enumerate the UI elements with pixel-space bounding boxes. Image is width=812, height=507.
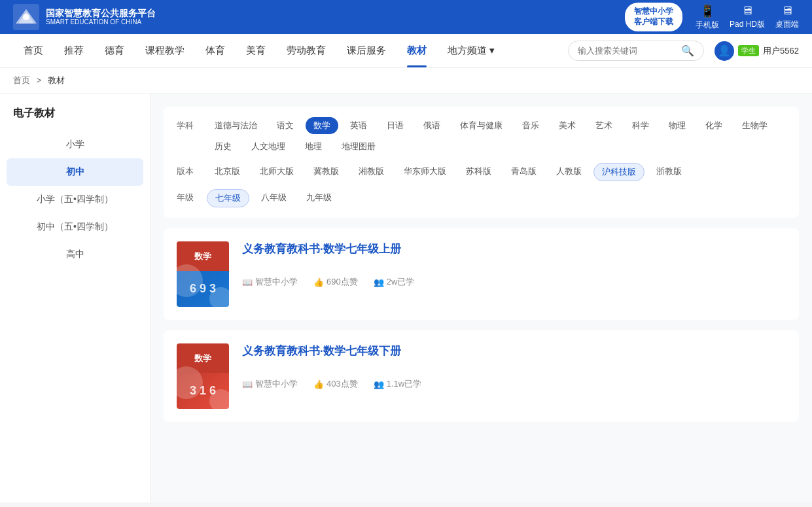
subject-options: 道德与法治语文数学英语日语俄语体育与健康音乐美术艺术科学物理化学生物学历史人文地…: [207, 117, 786, 155]
mobile-link[interactable]: 📱 手机版: [696, 4, 719, 31]
pad-icon: 🖥: [741, 4, 753, 18]
book-list: 数学 6 9 3 义务教育教科书·数学七年级上册 📖 智慧中小学 👍 690点赞: [164, 228, 799, 422]
nav-item[interactable]: 课程教学: [135, 34, 195, 67]
sidebar-item[interactable]: 初中（五•四学制）: [0, 213, 150, 241]
view-icon: 👥: [374, 379, 384, 389]
nav-item[interactable]: 教材: [397, 34, 437, 67]
filter-section: 学科 道德与法治语文数学英语日语俄语体育与健康音乐美术艺术科学物理化学生物学历史…: [164, 107, 799, 218]
grade-label: 年级: [177, 189, 196, 203]
book-info: 义务教育教科书·数学七年级上册 📖 智慧中小学 👍 690点赞 👥 2w已学: [242, 241, 786, 288]
version-tag[interactable]: 冀教版: [306, 163, 347, 181]
book-item: 数学 6 9 3 义务教育教科书·数学七年级上册 📖 智慧中小学 👍 690点赞: [164, 228, 799, 320]
subject-tag[interactable]: 科学: [624, 117, 657, 134]
version-tag[interactable]: 北京版: [207, 163, 248, 181]
pad-link[interactable]: 🖥 Pad HD版: [730, 4, 765, 31]
breadcrumb: 首页 > 教材: [0, 68, 812, 94]
version-tag[interactable]: 青岛版: [503, 163, 544, 181]
grade-options: 七年级八年级九年级: [207, 189, 340, 207]
nav-item[interactable]: 推荐: [54, 34, 94, 67]
book-title[interactable]: 义务教育教科书·数学七年级上册: [242, 241, 786, 256]
breadcrumb-home[interactable]: 首页: [13, 75, 30, 85]
book-source: 📖 智慧中小学: [242, 276, 298, 288]
version-tag[interactable]: 湘教版: [351, 163, 392, 181]
subject-tag[interactable]: 道德与法治: [207, 117, 265, 134]
sidebar-item[interactable]: 小学（五•四学制）: [0, 186, 150, 213]
svg-point-3: [23, 14, 29, 20]
version-tag[interactable]: 华东师大版: [396, 163, 454, 181]
subject-tag[interactable]: 生物学: [734, 117, 775, 134]
book-likes: 👍 403点赞: [313, 378, 358, 390]
nav-item[interactable]: 地方频道 ▾: [437, 34, 505, 67]
main-nav: 首页推荐德育课程教学体育美育劳动教育课后服务教材地方频道 ▾ 🔍 👤 学生 用户…: [0, 34, 812, 68]
book-meta: 📖 智慧中小学 👍 690点赞 👥 2w已学: [242, 276, 786, 288]
book-cover: 数学 3 1 6: [177, 343, 229, 409]
grade-tag[interactable]: 八年级: [253, 189, 294, 207]
subject-tag[interactable]: 俄语: [415, 117, 448, 134]
subject-tag[interactable]: 体育与健康: [452, 117, 510, 134]
grade-tag[interactable]: 七年级: [207, 189, 249, 207]
version-options: 北京版北师大版冀教版湘教版华东师大版苏科版青岛版人教版沪科技版浙教版: [207, 163, 690, 181]
version-filter-row: 版本 北京版北师大版冀教版湘教版华东师大版苏科版青岛版人教版沪科技版浙教版: [177, 163, 786, 181]
nav-item[interactable]: 体育: [195, 34, 236, 67]
device-links: 📱 手机版 🖥 Pad HD版 🖥 桌面端: [696, 4, 799, 31]
logo-cn: 国家智慧教育公共服务平台: [46, 8, 156, 19]
nav-item[interactable]: 课后服务: [336, 34, 397, 67]
sidebar-item[interactable]: 小学: [0, 131, 150, 158]
subject-tag[interactable]: 日语: [379, 117, 412, 134]
book-source: 📖 智慧中小学: [242, 378, 298, 390]
subject-filter-row: 学科 道德与法治语文数学英语日语俄语体育与健康音乐美术艺术科学物理化学生物学历史…: [177, 117, 786, 155]
main-content: 学科 道德与法治语文数学英语日语俄语体育与健康音乐美术艺术科学物理化学生物学历史…: [150, 94, 812, 502]
sidebar-title: 电子教材: [0, 107, 150, 131]
grade-filter-row: 年级 七年级八年级九年级: [177, 189, 786, 207]
subject-tag[interactable]: 历史: [207, 138, 239, 155]
nav-item[interactable]: 德育: [94, 34, 135, 67]
version-tag[interactable]: 沪科技版: [593, 163, 644, 181]
source-icon: 📖: [242, 277, 253, 287]
top-bar: 国家智慧教育公共服务平台 SMART EDUCATION OF CHINA 智慧…: [0, 0, 812, 34]
top-bar-right: 智慧中小学 客户端下载 📱 手机版 🖥 Pad HD版 🖥 桌面端: [625, 3, 799, 31]
sidebar-item[interactable]: 高中: [0, 241, 150, 268]
desktop-link[interactable]: 🖥 桌面端: [775, 4, 799, 31]
subject-tag[interactable]: 英语: [342, 117, 375, 134]
subject-tag[interactable]: 语文: [269, 117, 302, 134]
book-info: 义务教育教科书·数学七年级下册 📖 智慧中小学 👍 403点赞 👥 1.1w已学: [242, 343, 786, 390]
subject-tag[interactable]: 音乐: [514, 117, 547, 134]
version-tag[interactable]: 北师大版: [252, 163, 302, 181]
subject-tag[interactable]: 地理图册: [334, 138, 383, 155]
nav-item[interactable]: 美育: [236, 34, 276, 67]
nav-search[interactable]: 🔍: [568, 41, 704, 61]
mobile-icon: 📱: [700, 4, 715, 18]
nav-item[interactable]: 首页: [13, 34, 54, 67]
subject-tag[interactable]: 物理: [661, 117, 694, 134]
view-icon: 👥: [374, 277, 384, 287]
subject-tag[interactable]: 化学: [697, 117, 730, 134]
nav-user[interactable]: 👤 学生 用户5562: [715, 41, 799, 61]
logo: 国家智慧教育公共服务平台 SMART EDUCATION OF CHINA: [13, 4, 156, 30]
version-tag[interactable]: 人教版: [548, 163, 590, 181]
grade-tag[interactable]: 九年级: [298, 189, 340, 207]
subject-tag[interactable]: 人文地理: [243, 138, 293, 155]
download-button[interactable]: 智慧中小学 客户端下载: [625, 3, 682, 31]
version-tag[interactable]: 浙教版: [648, 163, 690, 181]
subject-label: 学科: [177, 117, 196, 131]
subject-tag[interactable]: 数学: [306, 117, 338, 134]
sidebar-item[interactable]: 初中: [7, 158, 143, 186]
book-likes: 👍 690点赞: [313, 276, 358, 288]
avatar: 👤: [715, 41, 734, 61]
version-label: 版本: [177, 163, 196, 177]
search-icon[interactable]: 🔍: [681, 44, 694, 57]
sidebar: 电子教材 小学初中小学（五•四学制）初中（五•四学制）高中: [0, 94, 150, 502]
book-views: 👥 2w已学: [374, 276, 415, 288]
book-item: 数学 3 1 6 义务教育教科书·数学七年级下册 📖 智慧中小学 👍 403点赞: [164, 330, 799, 422]
user-badge: 学生: [738, 45, 759, 56]
subject-tag[interactable]: 地理: [297, 138, 330, 155]
version-tag[interactable]: 苏科版: [458, 163, 499, 181]
nav-items: 首页推荐德育课程教学体育美育劳动教育课后服务教材地方频道 ▾: [13, 34, 568, 67]
subject-tag[interactable]: 艺术: [588, 117, 620, 134]
search-input[interactable]: [578, 46, 676, 56]
user-name: 用户5562: [763, 45, 799, 57]
nav-item[interactable]: 劳动教育: [276, 34, 336, 67]
logo-text: 国家智慧教育公共服务平台 SMART EDUCATION OF CHINA: [46, 8, 156, 27]
subject-tag[interactable]: 美术: [551, 117, 584, 134]
book-title[interactable]: 义务教育教科书·数学七年级下册: [242, 343, 786, 358]
